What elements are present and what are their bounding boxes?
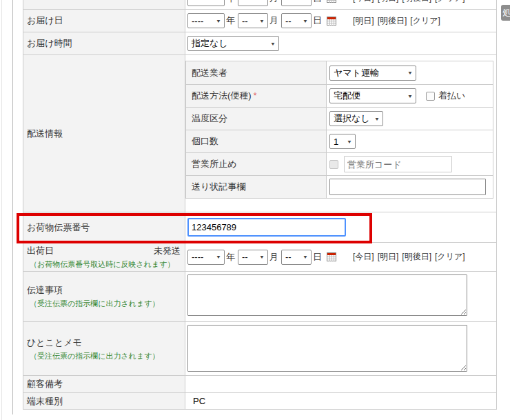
month-unit-label: 月 (269, 251, 278, 263)
calendar-icon[interactable] (327, 0, 336, 3)
select-value: 宅配便 (334, 90, 360, 102)
row-label: お届け時間 (27, 37, 72, 50)
memo-textarea[interactable] (187, 325, 467, 372)
subrow-carrier: 配送業者 ヤマト運輸▼ (186, 61, 493, 84)
row-label-cell: お届け日 (23, 10, 185, 32)
select-value: -- (242, 0, 248, 3)
day-unit-label: 日 (313, 0, 322, 5)
link-day-after-tomorrow[interactable]: [明後日] (402, 0, 431, 3)
subrow-label-cell: 送り状記事欄 (186, 176, 327, 198)
day-select[interactable]: --▼ (281, 13, 312, 28)
subrow-value-cell: ヤマト運輸▼ (327, 61, 493, 84)
link-today[interactable]: [今日] (353, 252, 374, 261)
select-value: 選択なし (334, 112, 370, 125)
subrow-label: 配送業者 (192, 67, 227, 79)
instructions-textarea[interactable] (187, 274, 467, 316)
year-select[interactable]: ----▼ (187, 13, 225, 28)
shipping-method-select[interactable]: 宅配便▼ (329, 88, 416, 103)
chevron-down-icon: ▼ (259, 18, 265, 23)
link-today[interactable]: [今日] (353, 0, 374, 3)
row-instructions: 伝達事項 （受注伝票の指示欄に出力されます） (23, 272, 496, 322)
row-value-cell (185, 272, 496, 321)
link-tomorrow[interactable]: [明日] (353, 16, 374, 26)
row-label: 顧客備考 (27, 378, 63, 390)
row-label-cell: 出荷日 未発送 （お荷物伝票番号取込時に反映されます） (23, 243, 185, 271)
required-mark: * (254, 91, 257, 101)
month-select[interactable]: --▼ (238, 250, 268, 265)
row-value-cell: ----▼ 年 --▼ 月 --▼ 日 [明日][明後日][クリア] (185, 10, 496, 32)
subrow-shipping-method: 配送方法(便種) * 宅配便▼ 着払い (186, 84, 493, 107)
day-select[interactable]: --▼ (281, 0, 312, 6)
row-note: （受注伝票の指示欄に出力されます） (27, 299, 181, 309)
link-tomorrow[interactable]: [明日] (378, 252, 399, 261)
month-unit-label: 月 (269, 0, 278, 5)
tracking-number-input[interactable] (187, 218, 346, 237)
row-label-cell: お届け時間 (23, 32, 185, 54)
subrow-label-cell: 配送方法(便種) * (186, 85, 327, 107)
panel-border-line (12, 0, 13, 414)
row-terminal-type: 端末種別 PC (23, 393, 496, 410)
chevron-down-icon: ▼ (270, 41, 276, 46)
month-select[interactable]: --▼ (238, 0, 268, 6)
side-tab[interactable]: 処 (501, 5, 510, 21)
select-value: -- (285, 16, 292, 26)
chevron-down-icon: ▼ (374, 116, 380, 121)
chevron-down-icon: ▼ (407, 93, 413, 99)
delivery-form-table: ----▼ 年 --▼ 月 --▼ 日 [今日][明日][明後日][クリア] お… (23, 0, 497, 410)
link-clear[interactable]: [クリア] (435, 0, 465, 3)
row-label: 端末種別 (27, 395, 63, 408)
row-value-cell: PC (185, 393, 496, 409)
subrow-label-cell: 配送業者 (186, 61, 327, 84)
temperature-select[interactable]: 選択なし▼ (329, 111, 383, 126)
ship-status-badge: 未発送 (154, 245, 181, 257)
chevron-down-icon: ▼ (259, 0, 265, 1)
subrow-label: 送り状記事欄 (192, 181, 245, 193)
office-code-input[interactable] (344, 156, 452, 172)
row-label-cell: お荷物伝票番号 (23, 212, 185, 242)
office-hold-checkbox[interactable] (329, 160, 338, 169)
select-value: -- (242, 252, 248, 262)
chevron-down-icon: ▼ (347, 139, 352, 144)
package-count-select[interactable]: 1▼ (329, 134, 356, 149)
row-label-cell: 端末種別 (23, 393, 185, 409)
subrow-label: 営業所止め (192, 158, 236, 170)
month-select[interactable]: --▼ (238, 13, 268, 28)
select-value: ヤマト運輸 (334, 67, 379, 79)
row-value-cell: ----▼ 年 --▼ 月 --▼ 日 [今日][明日][明後日][クリア] (185, 243, 496, 271)
cod-checkbox[interactable] (426, 92, 435, 101)
delivery-time-select[interactable]: 指定なし▼ (187, 36, 279, 51)
row-label-cell: 伝達事項 （受注伝票の指示欄に出力されます） (23, 272, 185, 321)
year-select[interactable]: ----▼ (187, 250, 225, 265)
row-date-cutoff: ----▼ 年 --▼ 月 --▼ 日 [今日][明日][明後日][クリア] (23, 0, 496, 10)
calendar-icon[interactable] (327, 17, 336, 26)
chevron-down-icon: ▼ (216, 254, 221, 259)
row-label: ひとことメモ (27, 337, 82, 349)
subrow-value-cell (327, 153, 493, 175)
chevron-down-icon: ▼ (303, 254, 308, 259)
calendar-icon[interactable] (327, 252, 336, 261)
link-day-after-tomorrow[interactable]: [明後日] (378, 16, 407, 26)
date-links: [今日][明日][明後日][クリア] (353, 251, 469, 263)
year-unit-label: 年 (226, 0, 235, 5)
select-value: -- (285, 252, 292, 262)
subrow-package-count: 個口数 1▼ (186, 130, 493, 152)
year-select[interactable]: ----▼ (187, 0, 225, 6)
terminal-type-value: PC (187, 396, 205, 406)
day-select[interactable]: --▼ (281, 250, 312, 265)
year-unit-label: 年 (226, 251, 235, 263)
link-day-after-tomorrow[interactable]: [明後日] (402, 252, 431, 261)
row-value-cell (185, 376, 496, 392)
subrow-label-cell: 個口数 (186, 130, 327, 152)
link-clear[interactable]: [クリア] (435, 252, 465, 261)
row-memo: ひとことメモ （受注伝票の指示欄に出力されます） (23, 322, 496, 376)
subrow-value-cell: 選択なし▼ (327, 108, 493, 130)
chevron-down-icon: ▼ (216, 0, 221, 1)
carrier-select[interactable]: ヤマト運輸▼ (329, 66, 416, 81)
row-value-cell: 配送業者 ヤマト運輸▼ 配送方法(便種) * 宅配便▼ (185, 55, 496, 212)
side-tab-label: 処 (502, 7, 510, 19)
invoice-note-input[interactable] (329, 179, 486, 195)
year-unit-label: 年 (226, 14, 235, 27)
link-clear[interactable]: [クリア] (410, 16, 440, 26)
link-tomorrow[interactable]: [明日] (378, 0, 399, 3)
subrow-temperature: 温度区分 選択なし▼ (186, 107, 493, 130)
